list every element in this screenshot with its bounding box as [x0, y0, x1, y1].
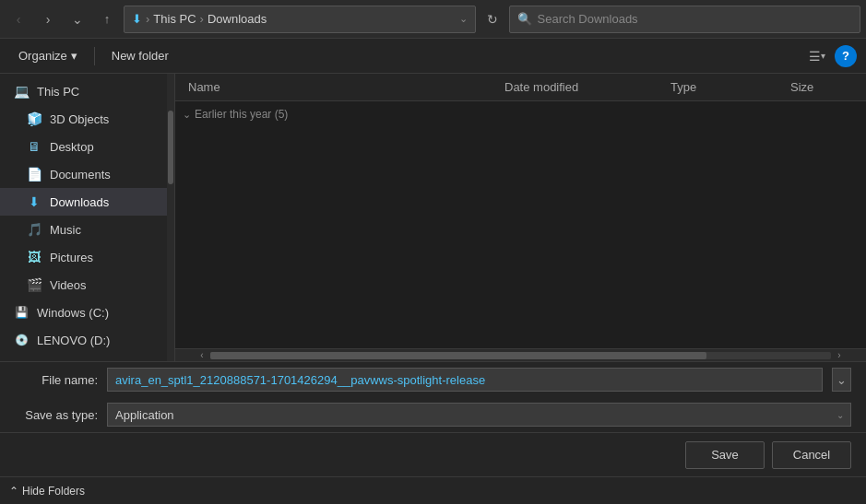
search-input[interactable]: [538, 12, 853, 26]
toolbar: Organize ▾ New folder ☰ ▾ ?: [0, 39, 866, 74]
videos-icon: 🎬: [26, 276, 42, 293]
h-scroll-left-button[interactable]: ‹: [194, 349, 210, 362]
save-as-type-row: Save as type: Application ⌄: [0, 397, 866, 432]
view-toggle-button[interactable]: ☰ ▾: [803, 43, 831, 69]
sidebar-item-downloads[interactable]: ⬇ Downloads: [0, 188, 174, 216]
sidebar-label-downloads: Downloads: [50, 195, 109, 209]
sidebar-item-desktop[interactable]: 🖥 Desktop: [0, 133, 174, 160]
hide-folders-row: ⌃ Hide Folders: [0, 476, 866, 504]
path-downloads-icon: ⬇: [132, 12, 142, 26]
h-scroll-right-button[interactable]: ›: [831, 349, 848, 362]
column-headers: Name Date modified Type Size: [175, 74, 866, 101]
thispc-icon: 💻: [13, 83, 30, 100]
sidebar-label-desktop: Desktop: [50, 140, 94, 154]
sidebar-item-lenovod[interactable]: 💿 LENOVO (D:): [0, 326, 174, 354]
refresh-button[interactable]: ↻: [480, 6, 505, 32]
help-label: ?: [842, 49, 849, 63]
sidebar-label-videos: Videos: [50, 278, 87, 292]
file-name-row: File name: ⌄: [0, 362, 866, 397]
organize-label: Organize: [18, 49, 67, 63]
file-list: ⌄ Earlier this year (5): [175, 101, 866, 348]
music-icon: 🎵: [26, 221, 42, 238]
address-bar[interactable]: ⬇ › This PC › Downloads ⌄: [124, 6, 476, 33]
sidebar-label-music: Music: [50, 223, 81, 237]
documents-icon: 📄: [26, 166, 42, 182]
sidebar-scrollbar[interactable]: [167, 74, 174, 361]
sidebar-label-windowsc: Windows (C:): [37, 306, 109, 320]
file-dialog-window: ‹ › ⌄ ↑ ⬇ › This PC › Downloads ⌄ ↻ 🔍 Or…: [0, 0, 866, 504]
address-separator-1: ›: [146, 12, 149, 26]
back-button[interactable]: ‹: [6, 6, 31, 32]
address-separator-2: ›: [200, 12, 204, 26]
address-downloads: Downloads: [208, 12, 267, 26]
sidebar-item-videos[interactable]: 🎬 Videos: [0, 271, 174, 299]
sidebar-label-pictures: Pictures: [50, 251, 93, 264]
search-bar[interactable]: 🔍: [509, 6, 861, 33]
cancel-button[interactable]: Cancel: [772, 441, 851, 469]
sidebar-item-music[interactable]: 🎵 Music: [0, 216, 174, 243]
save-as-type-select[interactable]: Application: [107, 403, 851, 427]
h-scrollbar-thumb: [210, 352, 706, 359]
sidebar-item-windowsc[interactable]: 💾 Windows (C:): [0, 299, 174, 326]
file-pane: Name Date modified Type Size ⌄ Earlier t…: [175, 74, 866, 361]
toolbar-separator: [94, 47, 95, 65]
group-label: Earlier this year (5): [195, 108, 288, 121]
bottom-section: File name: ⌄ Save as type: Application ⌄…: [0, 361, 866, 476]
sidebar-label-3dobjects: 3D Objects: [50, 112, 109, 126]
action-row: Save Cancel: [0, 432, 866, 476]
col-header-size[interactable]: Size: [785, 80, 859, 94]
new-folder-label: New folder: [112, 49, 169, 63]
sidebar: 💻 This PC 🧊 3D Objects 🖥 Desktop 📄 Docum…: [0, 74, 175, 361]
sidebar-item-documents[interactable]: 📄 Documents: [0, 160, 174, 188]
save-as-type-label: Save as type:: [15, 408, 98, 422]
file-name-input[interactable]: [107, 368, 823, 392]
sidebar-item-thispc[interactable]: 💻 This PC: [0, 77, 174, 105]
windowsc-icon: 💾: [13, 304, 30, 321]
group-header-earlier[interactable]: ⌄ Earlier this year (5): [175, 101, 866, 127]
new-folder-button[interactable]: New folder: [102, 43, 178, 69]
up-button[interactable]: ↑: [94, 6, 120, 32]
top-bar: ‹ › ⌄ ↑ ⬇ › This PC › Downloads ⌄ ↻ 🔍: [0, 0, 866, 39]
help-button[interactable]: ?: [835, 45, 857, 67]
col-header-type[interactable]: Type: [665, 80, 785, 94]
sidebar-label-documents: Documents: [50, 168, 111, 182]
search-icon: 🔍: [517, 12, 532, 26]
col-header-date[interactable]: Date modified: [499, 80, 665, 94]
organize-arrow-icon: ▾: [71, 49, 77, 63]
sidebar-item-3dobjects[interactable]: 🧊 3D Objects: [0, 105, 174, 133]
hide-folders-chevron-icon: ⌃: [9, 485, 18, 498]
recent-button[interactable]: ⌄: [65, 6, 90, 32]
desktop-icon: 🖥: [26, 138, 42, 155]
h-scrollbar-track[interactable]: [210, 352, 831, 359]
view-icon: ☰: [809, 49, 821, 64]
content-area: 💻 This PC 🧊 3D Objects 🖥 Desktop 📄 Docum…: [0, 74, 866, 361]
address-this-pc: This PC: [153, 12, 196, 26]
forward-button[interactable]: ›: [35, 6, 61, 32]
file-name-label: File name:: [15, 373, 98, 387]
downloads-icon: ⬇: [26, 193, 42, 210]
save-as-type-wrapper: Application ⌄: [107, 403, 851, 427]
3dobjects-icon: 🧊: [26, 111, 42, 127]
address-chevron-icon[interactable]: ⌄: [459, 13, 468, 25]
sidebar-item-pictures[interactable]: 🖼 Pictures: [0, 243, 174, 271]
lenovod-icon: 💿: [13, 332, 30, 348]
hide-folders-label: Hide Folders: [22, 485, 85, 498]
save-button[interactable]: Save: [685, 441, 765, 469]
col-header-name[interactable]: Name: [183, 80, 499, 94]
h-scrollbar[interactable]: ‹ ›: [175, 348, 866, 361]
organize-button[interactable]: Organize ▾: [9, 43, 87, 69]
view-arrow-icon: ▾: [821, 51, 825, 61]
hide-folders-button[interactable]: ⌃ Hide Folders: [9, 485, 85, 498]
file-name-dropdown[interactable]: ⌄: [832, 368, 851, 392]
sidebar-label-thispc: This PC: [37, 85, 79, 99]
sidebar-label-lenovod: LENOVO (D:): [37, 334, 110, 347]
pictures-icon: 🖼: [26, 249, 42, 265]
sidebar-items: 💻 This PC 🧊 3D Objects 🖥 Desktop 📄 Docum…: [0, 74, 174, 361]
group-chevron-icon: ⌄: [183, 109, 191, 121]
toolbar-right: ☰ ▾ ?: [803, 43, 857, 69]
sidebar-scrollbar-thumb: [168, 111, 173, 184]
